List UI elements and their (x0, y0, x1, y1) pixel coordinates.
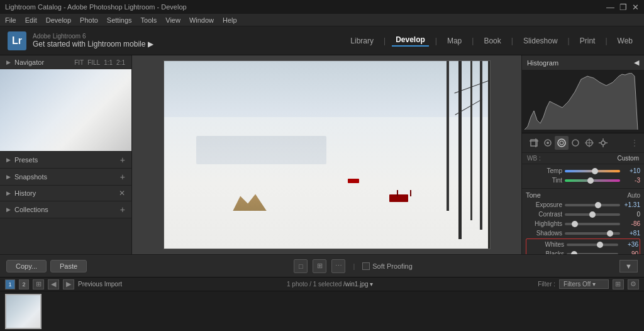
histogram-content (522, 70, 644, 133)
maximize-btn[interactable]: ❐ (619, 3, 627, 12)
close-btn[interactable]: ✕ (632, 3, 639, 12)
exposure-slider-row: Exposure +1.31 (526, 201, 640, 209)
temp-label: Temp (526, 167, 562, 174)
window-controls[interactable]: — ❐ ✕ (606, 3, 639, 12)
contrast-slider[interactable] (565, 213, 620, 216)
history-arrow: ▶ (6, 190, 11, 196)
filter-dropdown[interactable]: Filters Off ▾ (559, 279, 609, 289)
histogram-header[interactable]: Histogram ◀ (522, 55, 644, 70)
adjustment-brush-icon[interactable] (555, 136, 569, 150)
navigator-header[interactable]: ▶ Navigator FIT FILL 1:1 2:1 (0, 55, 131, 69)
menu-develop[interactable]: Develop (46, 16, 71, 24)
history-header[interactable]: ▶ History ✕ (0, 186, 131, 201)
presets-add-btn[interactable]: + (120, 155, 125, 165)
filter-label: Filter : (538, 281, 555, 288)
menu-help[interactable]: Help (223, 16, 237, 24)
highlights-label: Highlights (526, 220, 562, 227)
wb-sliders-group: Temp +10 Tint -3 (522, 164, 644, 189)
view-loupe-btn[interactable]: □ (294, 259, 308, 273)
nav-develop[interactable]: Develop (392, 35, 429, 47)
paste-button[interactable]: Paste (50, 260, 87, 272)
snapshots-add-btn[interactable]: + (120, 172, 125, 182)
navigator-preview (0, 69, 131, 151)
filmstrip-settings-icon[interactable]: ⚙ (628, 279, 639, 289)
shadows-slider[interactable] (565, 232, 620, 235)
graduated-filter-icon[interactable] (569, 136, 582, 150)
menu-tools[interactable]: Tools (141, 16, 157, 24)
history-clear-btn[interactable]: ✕ (119, 189, 125, 198)
filmstrip-thumb-1[interactable] (5, 294, 42, 329)
filmstrip-filter-icon[interactable]: ⊞ (613, 279, 624, 289)
soft-proofing-label: Soft Proofing (372, 262, 413, 270)
nav-print[interactable]: Print (576, 36, 599, 45)
mobile-text[interactable]: Get started with Lightroom mobile ▶ (33, 40, 153, 48)
svg-point-4 (547, 142, 549, 144)
blacks-value: -90 (621, 250, 638, 254)
presets-header[interactable]: ▶ Presets + (0, 152, 131, 168)
wb-value[interactable]: Custom (618, 155, 639, 162)
blacks-slider[interactable] (567, 253, 618, 255)
soft-proofing-toggle[interactable]: Soft Proofing (362, 262, 413, 270)
menubar: File Edit Develop Photo Settings Tools V… (0, 14, 644, 26)
nav-2-1[interactable]: 2:1 (116, 59, 125, 66)
exposure-slider[interactable] (565, 204, 620, 206)
crop-tool-icon[interactable] (527, 136, 541, 150)
nav-slideshow[interactable]: Slideshow (519, 36, 562, 45)
filmstrip-next-arrow[interactable]: ▶ (63, 279, 74, 289)
copy-button[interactable]: Copy... (6, 260, 47, 272)
view-survey-btn[interactable]: ⋯ (331, 259, 345, 273)
filmstrip (0, 291, 644, 331)
navigator-image (0, 69, 131, 151)
menu-view[interactable]: View (165, 16, 180, 24)
filmstrip-left-controls: 1 2 ⊞ ◀ ▶ Previous Import (5, 279, 122, 289)
whites-slider[interactable] (567, 244, 618, 246)
collections-add-btn[interactable]: + (120, 205, 125, 215)
menu-file[interactable]: File (5, 16, 16, 24)
nav-map[interactable]: Map (443, 36, 465, 45)
nav-web[interactable]: Web (614, 36, 636, 45)
view-compare-btn[interactable]: ⊞ (313, 259, 326, 273)
menu-window[interactable]: Window (189, 16, 214, 24)
nav-fill[interactable]: FILL (87, 59, 100, 66)
topbar: Lr Adobe Lightroom 6 Get started with Li… (0, 26, 644, 55)
highlights-value: -86 (623, 220, 640, 227)
svg-point-5 (558, 139, 565, 147)
settings-tool-icon[interactable] (596, 136, 610, 150)
tint-slider[interactable] (565, 179, 620, 182)
temp-slider[interactable] (565, 170, 620, 172)
photo-container[interactable] (132, 55, 521, 254)
tone-sliders-group: Tone Auto Exposure +1.31 Contrast (522, 189, 644, 254)
collections-arrow: ▶ (6, 206, 11, 213)
minimize-btn[interactable]: — (606, 3, 614, 12)
tint-value: -3 (623, 177, 640, 184)
tone-auto-btn[interactable]: Auto (627, 192, 640, 199)
snapshots-header[interactable]: ▶ Snapshots + (0, 169, 131, 185)
bottom-left-buttons: Copy... Paste (6, 260, 87, 272)
nav-book[interactable]: Book (480, 36, 504, 45)
photo-name-value[interactable]: /win1.jpg ▾ (343, 281, 373, 288)
snapshots-label: Snapshots (14, 173, 47, 181)
adobe-version-label: Adobe Lightroom 6 (33, 33, 153, 40)
nav-fit[interactable]: FIT (74, 59, 84, 66)
menu-photo[interactable]: Photo (80, 16, 98, 24)
menu-edit[interactable]: Edit (25, 16, 37, 24)
collections-header[interactable]: ▶ Collections + (0, 201, 131, 218)
wb-row: WB : Custom (522, 153, 644, 164)
radial-filter-icon[interactable] (582, 136, 596, 150)
nav-1-1[interactable]: 1:1 (104, 59, 113, 66)
highlights-slider[interactable] (565, 223, 620, 225)
menu-settings[interactable]: Settings (107, 16, 132, 24)
histogram-collapse-arrow[interactable]: ◀ (634, 59, 639, 67)
spot-removal-icon[interactable] (541, 136, 555, 150)
navigator-options: FIT FILL 1:1 2:1 (74, 59, 125, 66)
bottom-dropdown[interactable]: ▼ (619, 260, 638, 272)
soft-proofing-checkbox[interactable] (362, 262, 370, 270)
filmstrip-grid-icon[interactable]: ⊞ (33, 279, 44, 289)
bottom-center-controls: □ ⊞ ⋯ | Soft Proofing (294, 259, 412, 273)
filmstrip-prev-arrow[interactable]: ◀ (48, 279, 59, 289)
filmstrip-num-1[interactable]: 1 (5, 279, 15, 289)
filmstrip-num-2[interactable]: 2 (19, 279, 29, 289)
collections-section: ▶ Collections + (0, 201, 131, 218)
nav-library[interactable]: Library (347, 36, 377, 45)
whites-label: Whites (528, 241, 564, 248)
